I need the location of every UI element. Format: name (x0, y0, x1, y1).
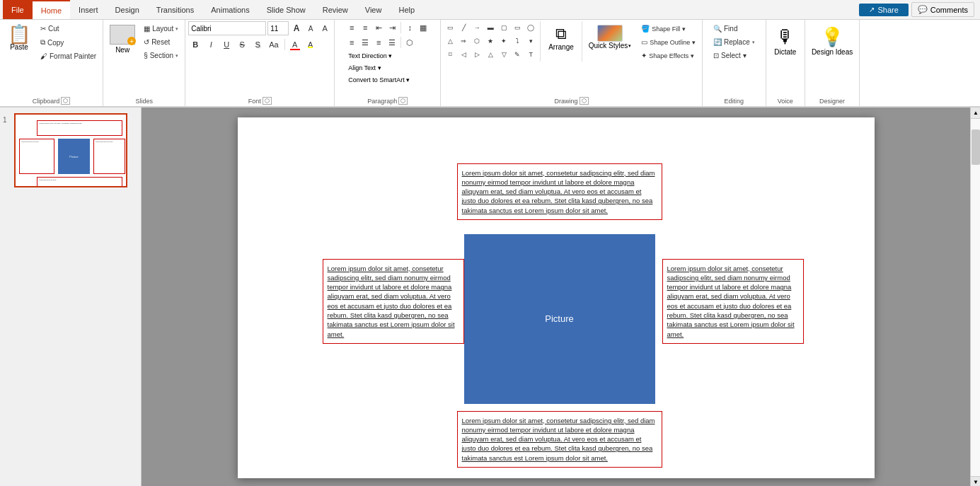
shape-eq[interactable]: ⌑ (444, 48, 456, 61)
shape-lt[interactable]: ◁ (457, 48, 470, 61)
replace-arrow: ▾ (752, 40, 755, 45)
underline-button[interactable]: U (219, 37, 234, 52)
copy-button[interactable]: ⧉ Copy (37, 36, 100, 49)
layout-button[interactable]: ▦ Layout ▾ (140, 23, 182, 35)
justify-button[interactable]: ☰ (386, 36, 398, 49)
align-right-button[interactable]: ≡ (372, 36, 385, 49)
tab-home[interactable]: Home (33, 0, 70, 19)
shape-expand[interactable]: ▾ (524, 35, 537, 47)
tab-help[interactable]: Help (390, 0, 423, 19)
text-box-top[interactable]: Lorem ipsum dolor sit amet, consetetur s… (457, 163, 662, 220)
slide-thumbnail-1[interactable]: 1 Lorem ipsum dolor sit amet, consetetur… (3, 113, 138, 187)
shape-fill-button[interactable]: 🪣 Shape Fill ▾ (638, 23, 699, 35)
bold-button[interactable]: B (188, 37, 202, 52)
shape-round[interactable]: ▭ (511, 21, 524, 34)
shape-up[interactable]: △ (484, 48, 497, 61)
clipboard-dialog-icon[interactable]: ⬡ (61, 97, 70, 105)
format-painter-icon: 🖌 (40, 52, 47, 60)
drawing-dialog-icon[interactable]: ⬡ (580, 97, 589, 105)
shape-banner[interactable]: ⤵ (511, 35, 524, 47)
text-shadow-button[interactable]: S (250, 37, 265, 52)
text-box-bottom[interactable]: Lorem ipsum dolor sit amet, consetetur s… (457, 411, 662, 468)
shape-arrow[interactable]: → (471, 21, 483, 34)
change-case-button[interactable]: Aa (266, 37, 281, 52)
text-box-right[interactable]: Lorem ipsum dolor sit amet, consetetur s… (662, 259, 804, 344)
tab-transitions[interactable]: Transitions (148, 0, 202, 19)
smart-art-button[interactable]: ⬡ (403, 36, 416, 49)
shape-txt[interactable]: T (524, 48, 537, 61)
shape-arrow2[interactable]: ⇒ (457, 35, 470, 47)
columns-button[interactable]: ▦ (417, 21, 430, 34)
text-box-left[interactable]: Lorem ipsum dolor sit amet, consetetur s… (323, 259, 464, 344)
italic-button[interactable]: I (204, 37, 218, 52)
tab-file[interactable]: File (3, 0, 33, 19)
font-size-input[interactable] (267, 21, 289, 35)
increase-indent-button[interactable]: ⇥ (386, 21, 398, 34)
decrease-font-button[interactable]: A (304, 22, 317, 35)
replace-button[interactable]: 🔄 Replace ▾ (710, 36, 759, 48)
increase-font-button[interactable]: A (290, 22, 303, 35)
highlight-color-button[interactable]: A (304, 37, 318, 52)
tab-review[interactable]: Review (314, 0, 357, 19)
reset-button[interactable]: ↺ Reset (140, 36, 182, 48)
shape-star[interactable]: ★ (484, 35, 497, 47)
dictate-button[interactable]: 🎙 Dictate (771, 23, 800, 59)
strikethrough-button[interactable]: S (235, 37, 249, 52)
bullets-button[interactable]: ≡ (345, 21, 358, 34)
tab-view[interactable]: View (357, 0, 391, 19)
shape-rect[interactable]: ▭ (444, 21, 456, 34)
scroll-thumb[interactable] (972, 129, 980, 165)
shape-rect2[interactable]: ▬ (484, 21, 497, 34)
tab-slideshow[interactable]: Slide Show (258, 0, 314, 19)
align-text-button[interactable]: Align Text ▾ (345, 63, 384, 73)
scroll-up-button[interactable]: ▲ (971, 108, 980, 119)
paragraph-dialog-icon[interactable]: ⬡ (398, 97, 408, 105)
quick-styles-button[interactable]: Quick Styles ▾ (585, 21, 635, 53)
text-direction-button[interactable]: Text Direction ▾ (345, 51, 395, 61)
clear-format-button[interactable]: A (318, 22, 331, 35)
slide-thumb[interactable]: Lorem ipsum dolor sit amet, consetetur s… (14, 113, 127, 187)
picture-box[interactable]: Picture (464, 234, 655, 404)
shape-circ[interactable]: ◯ (524, 21, 537, 34)
ribbon-tabs: File Home Insert Design Transitions Anim… (0, 0, 853, 19)
shape-pen[interactable]: ✎ (511, 48, 524, 61)
line-spacing-button[interactable]: ↕ (403, 21, 416, 34)
shape-outline-button[interactable]: ▭ Shape Outline ▾ (638, 36, 699, 48)
find-button[interactable]: 🔍 Find (710, 23, 759, 35)
cut-button[interactable]: ✂ Cut (37, 23, 100, 35)
paragraph-group: ≡ ≡ ⇤ ⇥ ↕ ▦ ≡ ☰ ≡ ☰ ⬡ Text Direction ▾ A… (335, 20, 441, 106)
font-color-button[interactable]: A (288, 37, 302, 52)
decrease-indent-button[interactable]: ⇤ (372, 21, 385, 34)
new-slide-button[interactable]: + New (106, 21, 139, 57)
arrange-button[interactable]: ⧉ Arrange (543, 21, 579, 54)
comments-button[interactable]: 💬 Comments (911, 2, 974, 17)
design-ideas-button[interactable]: 💡 Design Ideas (808, 23, 856, 59)
shape-line[interactable]: ╱ (457, 21, 470, 34)
shape-dn[interactable]: ▽ (497, 48, 510, 61)
tab-insert[interactable]: Insert (70, 0, 107, 19)
tab-animations[interactable]: Animations (202, 0, 258, 19)
shape-tri[interactable]: △ (444, 35, 456, 47)
section-button[interactable]: § Section ▾ (140, 50, 182, 62)
scroll-down-button[interactable]: ▼ (971, 476, 980, 486)
align-center-button[interactable]: ☰ (359, 36, 371, 49)
numbering-button[interactable]: ≡ (359, 21, 371, 34)
shape-call[interactable]: ⬡ (471, 35, 483, 47)
replace-icon: 🔄 (713, 38, 722, 46)
font-name-input[interactable] (188, 21, 266, 35)
dictate-icon: 🎙 (776, 26, 795, 48)
shape-rect3[interactable]: ▢ (497, 21, 510, 34)
shape-rt[interactable]: ▷ (471, 48, 483, 61)
tab-design[interactable]: Design (107, 0, 148, 19)
shape-effects-button[interactable]: ✦ Shape Effects ▾ (638, 50, 699, 62)
format-painter-button[interactable]: 🖌 Format Painter (37, 50, 100, 62)
select-button[interactable]: ⊡ Select ▾ (710, 50, 759, 62)
paste-button[interactable]: 📋 Paste (3, 21, 35, 54)
arrange-icon: ⧉ (555, 25, 567, 43)
font-dialog-icon[interactable]: ⬡ (263, 97, 272, 105)
align-left-button[interactable]: ≡ (345, 36, 358, 49)
share-button[interactable]: ↗ Share (859, 4, 908, 16)
shape-more[interactable]: ✦ (497, 35, 510, 47)
convert-smartart-button[interactable]: Convert to SmartArt ▾ (345, 75, 413, 85)
paste-label: Paste (10, 43, 28, 51)
